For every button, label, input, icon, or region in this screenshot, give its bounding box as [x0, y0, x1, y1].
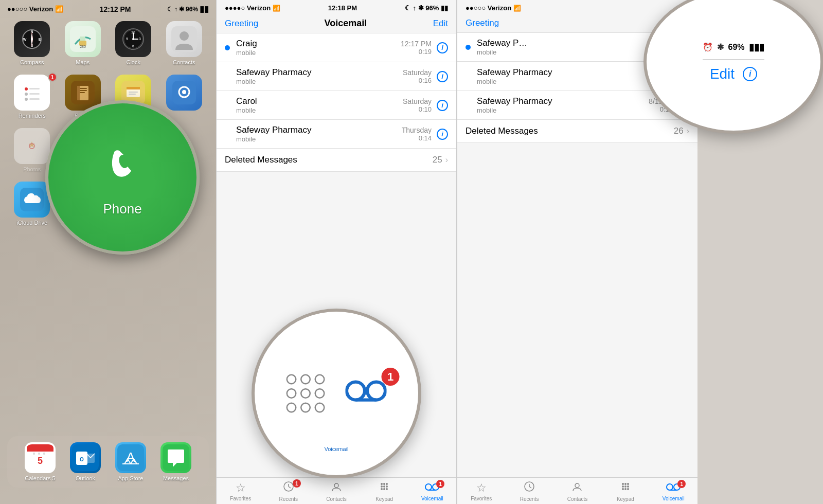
vm-tab-icon-large: 1	[346, 378, 387, 409]
app-reminders[interactable]: 1 Reminders	[9, 75, 55, 119]
app-contacts[interactable]: Contacts	[162, 21, 207, 65]
greeting-link-2[interactable]: Greeting	[466, 18, 499, 28]
appstore-label: App Store	[118, 475, 144, 481]
vm-tab-voicemail-2[interactable]: 1 Voicemail	[658, 481, 689, 501]
vm-badge-large: 1	[382, 368, 400, 386]
vm-info-91: Safeway Pharmacy mobile	[477, 67, 653, 85]
edit-label-mag[interactable]: Edit	[710, 66, 735, 82]
vm-info-btn-safeway1[interactable]: i	[437, 71, 448, 82]
vm-tab-contacts-2[interactable]: Contacts	[562, 481, 593, 502]
vm-tab-recents-1[interactable]: 1 Recents	[273, 481, 304, 502]
app-maps[interactable]: 280 Maps	[60, 21, 106, 65]
vm-time-safeway1: Saturday 0:16	[403, 68, 432, 84]
info-btn-mag[interactable]: i	[743, 67, 757, 81]
svg-line-86	[529, 487, 531, 488]
svg-point-42	[182, 90, 186, 94]
messages-label: Messages	[163, 475, 189, 481]
maps-app-icon[interactable]: 280	[65, 21, 101, 57]
svg-point-97	[667, 484, 673, 490]
app-clock[interactable]: 12 3 6 9 Clock	[111, 21, 156, 65]
phone-app-magnifier[interactable]: Phone	[45, 100, 200, 255]
voicemail-tab-label-1: Voicemail	[421, 496, 443, 501]
svg-point-96	[627, 488, 629, 490]
vm-mag-content: 1	[287, 374, 387, 413]
alarm-icon-mag: ⏰	[703, 42, 713, 52]
svg-rect-33	[80, 90, 87, 91]
reminders-badge: 1	[48, 73, 57, 82]
status-mag-row2: Edit i	[710, 66, 757, 82]
vm-info-btn-safeway2[interactable]: i	[437, 129, 448, 140]
svg-rect-9	[80, 37, 85, 41]
outlook-icon[interactable]: O	[70, 442, 101, 473]
contacts-app-icon[interactable]	[166, 21, 202, 57]
vm-tab-keypad-1[interactable]: Keypad	[369, 481, 400, 502]
phone-app-label: Phone	[103, 201, 141, 217]
clock-app-icon[interactable]: 12 3 6 9	[115, 21, 151, 57]
photos-app-icon[interactable]	[14, 128, 50, 164]
app-compass[interactable]: N S W E Compass	[9, 21, 55, 65]
vm-info-safeway1: Safeway Pharmacy mobile	[236, 67, 403, 85]
vm-name-carol: Carol	[236, 96, 403, 106]
vm-row-craig[interactable]: Craig mobile 12:17 PM 0:19 i	[217, 33, 456, 62]
status-carrier-home: ●●○○○ Verizon 📶	[7, 5, 63, 13]
vm-deleted-row-2[interactable]: Deleted Messages 26 ›	[457, 120, 697, 143]
vm-tab-voicemail-1[interactable]: 1 Voicemail	[417, 481, 448, 501]
vm-tab-recents-2[interactable]: Recents	[514, 481, 545, 502]
battery-pct-home: 96%	[186, 6, 198, 13]
svg-text:5: 5	[38, 456, 43, 466]
svg-point-19	[132, 38, 134, 40]
recents-label-2: Recents	[520, 496, 539, 502]
svg-rect-39	[129, 94, 136, 95]
greeting-link-1[interactable]: Greeting	[225, 19, 258, 29]
vm-row-safeway1[interactable]: Safeway Pharmacy mobile Saturday 0:16 i	[217, 62, 456, 91]
svg-text:O: O	[80, 457, 84, 462]
dock-outlook[interactable]: O Outlook	[70, 442, 101, 481]
dock-calendars[interactable]: 5 Calendars 5	[25, 442, 56, 481]
messages-icon[interactable]	[160, 442, 191, 473]
vm-info-btn-craig[interactable]: i	[437, 42, 448, 53]
status-time-home: 12:12 PM	[100, 5, 131, 13]
vm-battery-1: ☾ ↑ ✱ 96% ▮▮	[405, 4, 448, 12]
app-placeholder2[interactable]	[162, 75, 207, 119]
dock-messages[interactable]: Messages	[160, 442, 191, 481]
svg-point-65	[347, 382, 365, 400]
outlook-label: Outlook	[76, 475, 95, 481]
svg-point-71	[334, 483, 338, 488]
vm-nav-1: Greeting Voicemail Edit	[217, 14, 456, 33]
placeholder2-icon[interactable]	[166, 75, 202, 111]
edit-link-1[interactable]: Edit	[433, 19, 448, 29]
svg-rect-26	[29, 93, 40, 95]
vm-deleted-row-1[interactable]: Deleted Messages 25 ›	[217, 149, 456, 172]
phone-handset-icon	[97, 138, 148, 197]
vm-row-safeway2[interactable]: Safeway Pharmacy mobile Thursday 0:14 i	[217, 120, 456, 149]
vm-time-safeway2: Thursday 0:14	[402, 126, 432, 142]
battery-bar-mag: ▮▮▮	[749, 42, 764, 53]
vm-dur-craig: 0:19	[401, 48, 432, 56]
svg-point-89	[624, 483, 627, 485]
vm-tab-bar-1: ☆ Favorites 1 Recents Contacts	[217, 477, 456, 504]
icloud-app-icon[interactable]	[14, 182, 50, 218]
contacts-label: Contacts	[173, 59, 195, 65]
appstore-icon[interactable]: A	[115, 442, 146, 473]
voicemail-badge-1: 1	[436, 480, 444, 488]
vm-time-val-craig: 12:17 PM	[401, 40, 432, 48]
calendars-icon[interactable]: 5	[25, 442, 56, 473]
battery-icon-home: ▮▮	[200, 4, 209, 14]
vm-chevron-1: ›	[445, 155, 448, 165]
dock-appstore[interactable]: A App Store	[115, 442, 146, 481]
vm-tab-favorites-1[interactable]: ☆ Favorites	[225, 481, 256, 501]
vm-tab-keypad-2[interactable]: Keypad	[610, 481, 641, 502]
vm-tab-contacts-1[interactable]: Contacts	[321, 481, 352, 502]
vm-row-carol[interactable]: Carol mobile Saturday 0:10 i	[217, 91, 456, 120]
vm-tab-favorites-2[interactable]: ☆ Favorites	[466, 481, 497, 501]
compass-app-icon[interactable]: N S W E	[14, 21, 50, 57]
svg-point-72	[381, 483, 383, 485]
svg-text:6: 6	[132, 44, 134, 48]
vm-status-bar-2: ●●○○○ Verizon 📶	[457, 0, 697, 14]
vm-info-btn-carol[interactable]: i	[437, 100, 448, 111]
reminders-app-icon[interactable]	[14, 75, 50, 111]
vm-sub-safeway2: mobile	[236, 135, 402, 143]
vm-mag-label: Voicemail	[324, 446, 348, 452]
recents-icon-2	[524, 481, 535, 495]
location-icon: ↑	[174, 6, 177, 13]
